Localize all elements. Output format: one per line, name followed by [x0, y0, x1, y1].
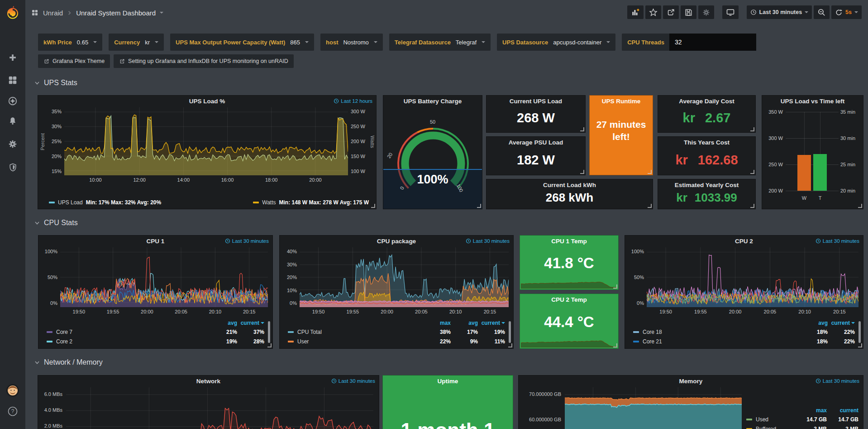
panel-resize-handle[interactable]: [267, 343, 272, 347]
sidebar-item-create[interactable]: [0, 48, 25, 67]
panel-title[interactable]: Average PSU Load: [486, 137, 585, 148]
panel-time-override[interactable]: Last 12 hours: [334, 98, 372, 104]
breadcrumb-dashboard-title[interactable]: Unraid System Dashboard: [76, 9, 156, 17]
legend-sort-current[interactable]: current: [478, 320, 505, 326]
time-range-picker[interactable]: Last 30 minutes: [747, 5, 812, 19]
panel-resize-handle[interactable]: [750, 127, 754, 131]
chevron-down-icon[interactable]: [160, 12, 163, 14]
legend-sort-current[interactable]: current: [828, 320, 855, 326]
dashboard-grid-icon[interactable]: [31, 9, 39, 17]
panel-time-override[interactable]: Last 30 minutes: [816, 238, 859, 244]
panel-time-override[interactable]: Last 30 minutes: [816, 378, 859, 384]
variable-label: CPU Threads: [627, 39, 664, 46]
zoom-out-button[interactable]: [814, 5, 830, 19]
add-panel-button[interactable]: [627, 5, 644, 19]
legend-series-toggle[interactable]: Buffered: [746, 426, 795, 429]
sidebar-item-server-admin[interactable]: [0, 157, 25, 177]
sidebar-item-configuration[interactable]: [0, 134, 25, 154]
save-button[interactable]: [681, 5, 696, 19]
panel-time-override[interactable]: Last 30 minutes: [331, 378, 375, 384]
legend-scrollbar[interactable]: [268, 321, 270, 343]
variable-kwh-price[interactable]: kWh Price 0.65: [38, 34, 102, 51]
legend-series-toggle[interactable]: Core 2: [47, 338, 210, 345]
legend-series-toggle[interactable]: CPU Total: [288, 329, 424, 335]
grafana-dashboard: { "nav": { "breadcrumb": {"app": "Unraid…: [0, 0, 868, 429]
refresh-button[interactable]: 5s: [831, 5, 862, 19]
panel-title[interactable]: Uptime: [383, 376, 513, 386]
external-link-icon: [119, 58, 125, 64]
grafana-logo[interactable]: [0, 3, 25, 23]
panel-time-override[interactable]: Last 30 minutes: [466, 238, 510, 244]
chevron-down-icon: [34, 220, 40, 226]
cpu-package-chart: [300, 247, 509, 307]
cycle-view-button[interactable]: [722, 5, 739, 19]
legend-sort-current[interactable]: current: [237, 320, 264, 326]
panel-title[interactable]: UPS Battery Charge: [383, 96, 482, 106]
legend-sort-max[interactable]: max: [795, 407, 827, 414]
panel-resize-handle[interactable]: [858, 204, 862, 208]
panel-resize-handle[interactable]: [477, 204, 481, 208]
legend-series-toggle[interactable]: Core 21: [633, 338, 801, 345]
variable-host[interactable]: host Nostromo: [320, 34, 383, 51]
panel-title[interactable]: Network: [38, 376, 379, 386]
panel-resize-handle[interactable]: [580, 170, 584, 174]
panel-title[interactable]: UPS Load %: [38, 96, 376, 106]
cpu-threads-input[interactable]: [669, 34, 756, 51]
favorite-button[interactable]: [645, 5, 661, 19]
panel-title[interactable]: This Years Cost: [658, 137, 755, 148]
sidebar-item-explore[interactable]: [0, 91, 25, 111]
legend-item-ups-load[interactable]: UPS Load Min: 17% Max: 32% Avg: 20%: [49, 199, 161, 206]
panel-resize-handle[interactable]: [613, 343, 617, 347]
variable-telegraf-datasource[interactable]: Telegraf Datasource Telegraf: [389, 34, 491, 51]
legend-series-toggle[interactable]: Used: [746, 416, 795, 423]
sidebar-item-help[interactable]: ?: [0, 401, 25, 421]
cpu1-chart: [60, 247, 268, 307]
legend-sort-current[interactable]: current: [827, 407, 858, 414]
panel-resize-handle[interactable]: [613, 284, 617, 289]
panel-title[interactable]: UPS Runtime: [590, 96, 653, 106]
panel-resize-handle[interactable]: [648, 204, 652, 208]
legend-scrollbar[interactable]: [858, 321, 861, 343]
breadcrumb-folder[interactable]: Unraid: [43, 9, 63, 17]
share-button[interactable]: [663, 5, 679, 19]
legend-sort-avg[interactable]: avg: [210, 320, 237, 326]
panel-resize-handle[interactable]: [858, 343, 862, 347]
panel-title[interactable]: Current UPS Load: [486, 96, 585, 106]
legend-scrollbar[interactable]: [509, 321, 511, 343]
legend-series-toggle[interactable]: Core 7: [47, 329, 210, 335]
legend-item-watts[interactable]: Watts Min: 148 W Max: 278 W Avg: 175 W: [253, 199, 369, 206]
panel-title[interactable]: UPS Load vs Time left: [762, 96, 863, 106]
panel-resize-handle[interactable]: [508, 343, 512, 347]
panel-title[interactable]: Estimated Yearly Cost: [658, 179, 755, 190]
panel-resize-handle[interactable]: [580, 127, 584, 131]
legend-sort-avg[interactable]: avg: [451, 320, 478, 326]
legend-sort-avg[interactable]: avg: [801, 320, 828, 326]
dashboard-settings-button[interactable]: [698, 5, 714, 19]
panel-title[interactable]: Current Load kWh: [486, 179, 653, 190]
panel-title[interactable]: CPU 2 Temp: [520, 294, 618, 305]
panel-title[interactable]: CPU 1 Temp: [520, 236, 618, 246]
variable-ups-datasource[interactable]: UPS Datasource apcupsd-container: [497, 34, 615, 51]
panel-title[interactable]: Average Daily Cost: [658, 96, 755, 106]
panel-resize-handle[interactable]: [750, 204, 754, 208]
panel-resize-handle[interactable]: [371, 204, 375, 208]
variable-currency[interactable]: Currency kr: [109, 34, 164, 51]
link-grafana-plex-theme[interactable]: Grafana Plex Theme: [38, 54, 110, 68]
legend-series-toggle[interactable]: Core 18: [633, 329, 801, 335]
legend-series-toggle[interactable]: User: [288, 338, 424, 345]
section-network-memory[interactable]: Network / Memory: [34, 358, 103, 366]
variable-ups-max-output[interactable]: UPS Max Output Power Capacity (Watt) 865: [170, 34, 314, 51]
panel-resize-handle[interactable]: [750, 170, 754, 174]
section-cpu-stats[interactable]: CPU Stats: [34, 219, 78, 227]
panel-resize-handle[interactable]: [648, 170, 652, 174]
legend-sort-max[interactable]: max: [424, 320, 451, 326]
section-title: Network / Memory: [44, 358, 103, 366]
link-grafana-influxdb-guide[interactable]: Setting up Grafana and InfluxDB for UPS …: [114, 54, 294, 68]
sidebar-item-alerting[interactable]: [0, 111, 25, 131]
panel-time-override[interactable]: Last 30 minutes: [225, 238, 269, 244]
runtime-value: 27 minutes left!: [590, 118, 653, 143]
sidebar-item-profile[interactable]: [0, 381, 25, 400]
panel-title[interactable]: Memory: [519, 376, 863, 386]
sidebar-item-dashboards[interactable]: [0, 70, 25, 90]
section-ups-stats[interactable]: UPS Stats: [34, 79, 77, 87]
